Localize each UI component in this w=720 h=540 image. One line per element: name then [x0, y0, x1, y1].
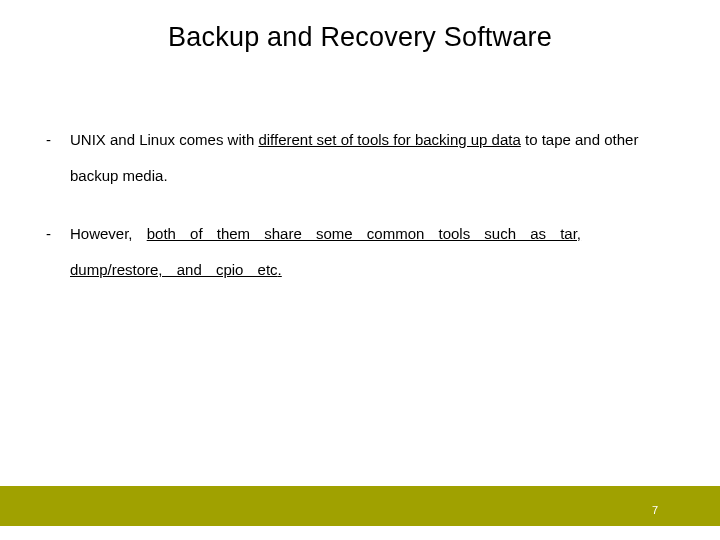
slide: Backup and Recovery Software UNIX and Li… [0, 0, 720, 540]
list-item: However, both of them share some common … [40, 216, 680, 288]
footer-accent-bar [0, 486, 720, 526]
bullet-text-post: . [278, 261, 282, 278]
bullet-text-underlined: different set of tools for backing up da… [258, 131, 520, 148]
slide-title: Backup and Recovery Software [0, 22, 720, 53]
bullet-text-underlined: both of them share some common tools suc… [70, 225, 581, 278]
slide-body: UNIX and Linux comes with different set … [40, 122, 680, 310]
page-number: 7 [652, 504, 658, 516]
list-item: UNIX and Linux comes with different set … [40, 122, 680, 194]
bullet-text-pre: However, [70, 225, 147, 242]
bullet-text-pre: UNIX and Linux comes with [70, 131, 258, 148]
bullet-list: UNIX and Linux comes with different set … [40, 122, 680, 288]
